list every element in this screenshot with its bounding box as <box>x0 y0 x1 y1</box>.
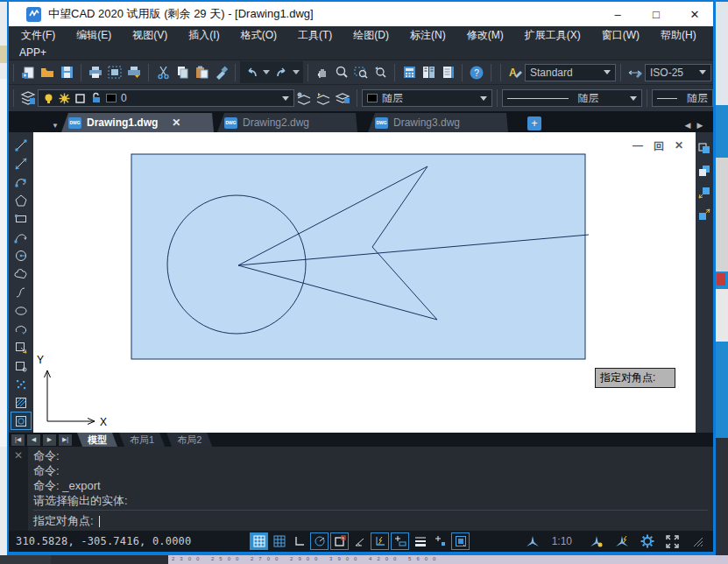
region-tool[interactable] <box>11 412 32 430</box>
mdi-close-button[interactable]: ✕ <box>675 139 683 154</box>
rectangle-tool[interactable] <box>11 209 32 228</box>
spline-tool[interactable] <box>11 283 32 301</box>
minimize-button[interactable]: – <box>611 8 624 21</box>
snap-toggle[interactable] <box>270 532 288 550</box>
bring-above-button[interactable] <box>695 183 713 202</box>
polar-toggle[interactable] <box>310 532 329 550</box>
match-properties-button[interactable] <box>211 63 230 82</box>
menu-help[interactable]: 帮助(H) <box>661 28 696 43</box>
publish-button[interactable] <box>124 63 144 82</box>
insert-block-tool[interactable] <box>11 338 32 356</box>
autoscale-button[interactable] <box>612 532 631 550</box>
plot-button[interactable] <box>86 63 105 82</box>
mdi-restore-button[interactable]: 回 <box>654 139 664 154</box>
undo-button[interactable] <box>242 63 261 82</box>
construction-line-tool[interactable] <box>11 154 32 173</box>
resize-grip[interactable] <box>689 532 707 550</box>
zoom-realtime-button[interactable] <box>332 63 351 82</box>
text-style-dropdown[interactable]: Standard <box>525 64 616 81</box>
command-history[interactable]: 命令: 命令: 命令: _export 请选择输出的实体: 指定对角点: <box>28 447 713 531</box>
menu-modify[interactable]: 修改(M) <box>467 28 504 43</box>
menu-draw[interactable]: 绘图(D) <box>353 28 389 43</box>
doc-tab-drawing3[interactable]: DWG Drawing3.dwg <box>368 113 508 132</box>
doc-tab-drawing2[interactable]: DWG Drawing2.dwg <box>217 113 357 132</box>
menu-file[interactable]: 文件(F) <box>21 28 55 43</box>
lineweight-dropdown[interactable]: 随层 <box>652 89 713 107</box>
drawing-canvas[interactable]: Y X — 回 ✕ 指定对角点: <box>33 132 696 433</box>
new-file-button[interactable] <box>18 63 38 82</box>
layout-nav-last[interactable]: ▶| <box>59 434 72 446</box>
menu-express-tools[interactable]: 扩展工具(X) <box>525 28 581 43</box>
circle-tool[interactable] <box>11 246 32 264</box>
doc-tab-drawing1[interactable]: DWG Drawing1.dwg ✕ <box>61 113 214 132</box>
fullscreen-button[interactable] <box>663 532 682 550</box>
line-tool[interactable] <box>11 136 32 154</box>
open-file-button[interactable] <box>38 63 57 82</box>
close-button[interactable]: ✕ <box>689 8 701 21</box>
command-prompt-line[interactable]: 指定对角点: <box>33 513 708 528</box>
plot-preview-button[interactable] <box>105 63 124 82</box>
dynamic-ucs-toggle[interactable] <box>371 532 389 550</box>
settings-gear-button[interactable] <box>638 532 656 550</box>
layer-properties-button[interactable] <box>18 88 38 108</box>
make-block-tool[interactable] <box>11 356 32 375</box>
viewport-toggle[interactable] <box>451 532 470 550</box>
layer-dropdown[interactable]: 0 <box>38 89 294 107</box>
send-under-button[interactable] <box>695 205 713 224</box>
mdi-minimize-button[interactable]: — <box>633 139 643 154</box>
maximize-button[interactable]: □ <box>650 8 662 21</box>
polygon-tool[interactable] <box>11 191 32 209</box>
revision-cloud-tool[interactable] <box>11 264 32 283</box>
dynamic-input-toggle[interactable] <box>391 532 409 550</box>
tab-layout2[interactable]: 布局2 <box>166 433 212 447</box>
layout-nav-next[interactable]: ▶ <box>43 434 56 446</box>
tab-close-icon[interactable]: ✕ <box>172 116 180 129</box>
menu-app-plus[interactable]: APP+ <box>19 46 46 59</box>
annotation-visibility-button[interactable] <box>587 532 605 550</box>
otrack-toggle[interactable] <box>350 532 369 550</box>
zoom-previous-button[interactable] <box>371 63 390 82</box>
copy-button[interactable] <box>173 63 192 82</box>
quickcalc-button[interactable] <box>399 63 419 82</box>
linetype-dropdown[interactable]: 随层 <box>502 89 642 107</box>
layer-previous-button[interactable] <box>314 88 333 108</box>
cut-button[interactable] <box>153 63 173 82</box>
annotation-scale-value[interactable]: 1:10 <box>552 535 572 547</box>
ortho-toggle[interactable] <box>290 532 308 550</box>
layout-nav-first[interactable]: |◀ <box>11 434 25 446</box>
text-style-icon[interactable]: A <box>505 63 525 82</box>
layer-isolate-button[interactable] <box>333 88 352 108</box>
new-tab-button[interactable]: + <box>527 116 541 130</box>
menu-dimension[interactable]: 标注(N) <box>410 28 446 43</box>
color-dropdown[interactable]: 随层 <box>362 89 492 107</box>
menu-insert[interactable]: 插入(I) <box>188 28 219 43</box>
ellipse-tool[interactable] <box>11 301 32 320</box>
point-input-toggle[interactable] <box>431 532 449 550</box>
undo-dropdown-caret[interactable] <box>263 70 270 74</box>
tab-scroll-left[interactable]: ◀ <box>682 118 694 132</box>
redo-button[interactable] <box>272 63 291 82</box>
dim-style-icon[interactable] <box>626 63 645 82</box>
menu-tools[interactable]: 工具(T) <box>298 28 332 43</box>
hatch-tool[interactable] <box>11 393 32 412</box>
menu-edit[interactable]: 编辑(E) <box>76 28 111 43</box>
ellipse-arc-tool[interactable] <box>11 320 32 338</box>
tab-model[interactable]: 模型 <box>77 433 117 447</box>
menu-window[interactable]: 窗口(W) <box>602 28 640 43</box>
send-to-back-button[interactable] <box>695 161 713 180</box>
menu-view[interactable]: 视图(V) <box>132 28 167 43</box>
tab-scroll-right[interactable]: ▶ <box>694 118 706 132</box>
polyline-tool[interactable] <box>11 173 32 191</box>
lineweight-toggle[interactable] <box>411 532 429 550</box>
grid-toggle[interactable] <box>250 532 268 550</box>
help-button[interactable]: ? <box>467 63 486 82</box>
point-tool[interactable] <box>11 375 32 393</box>
dim-style-dropdown[interactable]: ISO-25 <box>645 64 711 81</box>
menu-format[interactable]: 格式(O) <box>241 28 277 43</box>
command-close-icon[interactable]: ✕ <box>14 449 23 462</box>
tab-layout1[interactable]: 布局1 <box>119 433 165 447</box>
zoom-window-button[interactable] <box>351 63 371 82</box>
save-button[interactable] <box>57 63 76 82</box>
design-center-button[interactable] <box>419 63 438 82</box>
layer-states-button[interactable] <box>294 88 314 108</box>
